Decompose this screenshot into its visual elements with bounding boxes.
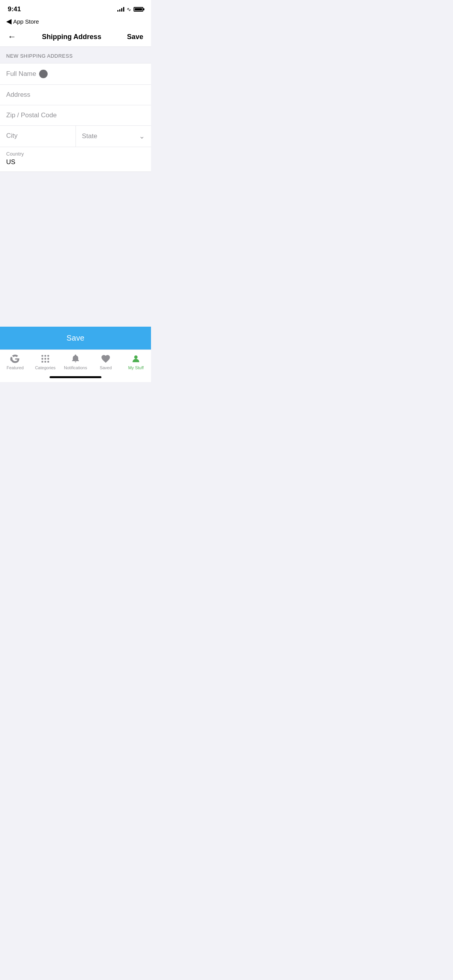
- status-icons: ∿: [117, 6, 143, 12]
- mystuff-icon: [131, 354, 141, 364]
- tab-featured-label: Featured: [7, 365, 24, 370]
- back-bar: ◀ App Store: [0, 16, 151, 28]
- tab-notifications-label: Notifications: [64, 365, 87, 370]
- address-placeholder: Address: [6, 91, 30, 99]
- save-button[interactable]: Save: [0, 327, 151, 350]
- save-header-button[interactable]: Save: [127, 33, 143, 41]
- country-field[interactable]: Country US: [0, 147, 151, 172]
- city-field[interactable]: City: [0, 126, 76, 147]
- tab-categories[interactable]: Categories: [30, 354, 60, 370]
- chevron-down-icon: ⌄: [139, 132, 145, 140]
- tab-mystuff[interactable]: My Stuff: [121, 354, 151, 370]
- zip-placeholder: Zip / Postal Code: [6, 111, 57, 119]
- svg-rect-5: [47, 358, 49, 360]
- state-placeholder: State: [82, 132, 98, 140]
- svg-rect-0: [41, 355, 43, 356]
- svg-rect-2: [47, 355, 49, 356]
- home-indicator: [0, 373, 151, 382]
- country-value: US: [6, 158, 145, 166]
- notifications-icon: [71, 354, 80, 364]
- back-arrow-icon: ◀: [6, 17, 12, 26]
- tab-featured[interactable]: Featured: [0, 354, 30, 370]
- tab-bar: Featured Categories Notifications: [0, 350, 151, 373]
- status-bar: 9:41 ∿: [0, 0, 151, 16]
- signal-icon: [117, 7, 124, 12]
- country-label: Country: [6, 151, 145, 157]
- section-header: NEW SHIPPING ADDRESS: [0, 47, 151, 63]
- battery-icon: [134, 7, 143, 12]
- svg-rect-1: [45, 355, 46, 356]
- svg-point-9: [134, 355, 138, 359]
- app-store-back-label[interactable]: App Store: [13, 18, 39, 25]
- svg-rect-6: [41, 361, 43, 362]
- full-name-indicator: [39, 70, 48, 78]
- gray-background: [0, 172, 151, 327]
- svg-rect-8: [47, 361, 49, 362]
- back-button[interactable]: ←: [8, 33, 16, 41]
- full-name-placeholder: Full Name: [6, 70, 36, 78]
- svg-rect-4: [45, 358, 46, 360]
- svg-rect-3: [41, 358, 43, 360]
- tab-saved-label: Saved: [100, 365, 112, 370]
- page-title: Shipping Address: [42, 33, 101, 41]
- section-header-label: NEW SHIPPING ADDRESS: [6, 53, 73, 59]
- tab-categories-label: Categories: [35, 365, 55, 370]
- tab-saved[interactable]: Saved: [91, 354, 121, 370]
- tab-notifications[interactable]: Notifications: [60, 354, 91, 370]
- saved-icon: [101, 354, 111, 364]
- tab-mystuff-label: My Stuff: [128, 365, 144, 370]
- state-field[interactable]: State ⌄: [76, 126, 151, 147]
- categories-icon: [40, 354, 50, 364]
- address-field[interactable]: Address: [0, 85, 151, 105]
- home-bar: [50, 376, 101, 378]
- city-placeholder: City: [6, 132, 17, 139]
- form-container: Full Name Address Zip / Postal Code City…: [0, 63, 151, 172]
- zip-field[interactable]: Zip / Postal Code: [0, 105, 151, 126]
- featured-icon: [10, 354, 20, 364]
- full-name-field[interactable]: Full Name: [0, 63, 151, 85]
- svg-rect-7: [45, 361, 46, 362]
- nav-header: ← Shipping Address Save: [0, 28, 151, 47]
- status-time: 9:41: [8, 5, 21, 13]
- city-state-row: City State ⌄: [0, 126, 151, 147]
- wifi-icon: ∿: [127, 6, 131, 12]
